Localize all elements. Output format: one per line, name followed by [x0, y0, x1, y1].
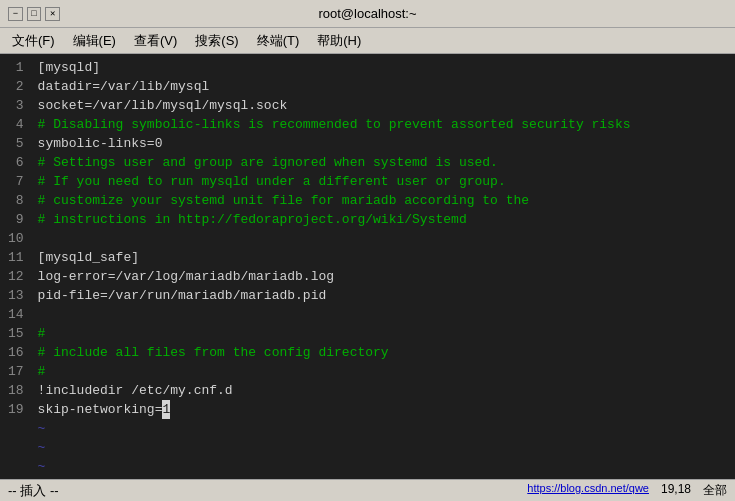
tilde-line: ~ — [38, 457, 727, 476]
line-number: 6 — [8, 153, 24, 172]
section-line: [mysqld_safe] — [38, 250, 139, 265]
code-line: !includedir /etc/my.cnf.d — [38, 381, 727, 400]
cursor-position: 19,18 — [661, 482, 691, 499]
code-line: # customize your systemd unit file for m… — [38, 191, 727, 210]
menubar: 文件(F) 编辑(E) 查看(V) 搜索(S) 终端(T) 帮助(H) — [0, 28, 735, 54]
tilde-line: ~ — [38, 438, 727, 457]
menu-help[interactable]: 帮助(H) — [309, 30, 369, 52]
comment-line: # — [38, 364, 46, 379]
line-numbers: 12345678910111213141516171819~~~ — [0, 54, 30, 479]
status-right: https://blog.csdn.net/qwe 19,18 全部 — [527, 482, 727, 499]
code-line — [38, 305, 727, 324]
kv-line: symbolic-links=0 — [38, 136, 163, 151]
titlebar: − □ ✕ root@localhost:~ — [0, 0, 735, 28]
line-number: 13 — [8, 286, 24, 305]
code-line: # If you need to run mysqld under a diff… — [38, 172, 727, 191]
kv-line: datadir=/var/lib/mysql — [38, 79, 210, 94]
status-url[interactable]: https://blog.csdn.net/qwe — [527, 482, 649, 499]
code-line: pid-file=/var/run/mariadb/mariadb.pid — [38, 286, 727, 305]
code-line: log-error=/var/log/mariadb/mariadb.log — [38, 267, 727, 286]
menu-view[interactable]: 查看(V) — [126, 30, 185, 52]
comment-line: # Settings user and group are ignored wh… — [38, 155, 498, 170]
kv-cursor-line: skip-networking=1 — [38, 402, 171, 417]
code-line: skip-networking=1 — [38, 400, 727, 419]
comment-line: # If you need to run mysqld under a diff… — [38, 174, 506, 189]
scroll-indicator: 全部 — [703, 482, 727, 499]
line-number: 15 — [8, 324, 24, 343]
minimize-button[interactable]: − — [8, 7, 23, 21]
code-line — [38, 229, 727, 248]
window-title: root@localhost:~ — [60, 6, 675, 21]
code-line: # Settings user and group are ignored wh… — [38, 153, 727, 172]
code-line: # instructions in http://fedoraproject.o… — [38, 210, 727, 229]
line-number: 8 — [8, 191, 24, 210]
line-number: 7 — [8, 172, 24, 191]
menu-search[interactable]: 搜索(S) — [187, 30, 246, 52]
kv-line: pid-file=/var/run/mariadb/mariadb.pid — [38, 288, 327, 303]
tilde-line-num: ~ — [8, 457, 24, 476]
code-line: socket=/var/lib/mysql/mysql.sock — [38, 96, 727, 115]
line-number: 14 — [8, 305, 24, 324]
code-line: # include all files from the config dire… — [38, 343, 727, 362]
editor-mode: -- 插入 -- — [8, 482, 59, 500]
kv-line: !includedir /etc/my.cnf.d — [38, 383, 233, 398]
line-number: 1 — [8, 58, 24, 77]
code-line: [mysqld_safe] — [38, 248, 727, 267]
line-number: 5 — [8, 134, 24, 153]
line-number: 3 — [8, 96, 24, 115]
line-number: 10 — [8, 229, 24, 248]
code-line: [mysqld] — [38, 58, 727, 77]
line-number: 11 — [8, 248, 24, 267]
comment-line: # — [38, 326, 46, 341]
tilde-line-num: ~ — [8, 419, 24, 438]
comment-line: # instructions in http://fedoraproject.o… — [38, 212, 467, 227]
comment-line: # include all files from the config dire… — [38, 345, 389, 360]
blank-line — [38, 231, 46, 246]
line-number: 18 — [8, 381, 24, 400]
blank-line — [38, 307, 46, 322]
code-area[interactable]: [mysqld]datadir=/var/lib/mysqlsocket=/va… — [30, 54, 735, 479]
comment-line: # Disabling symbolic-links is recommende… — [38, 117, 631, 132]
line-number: 17 — [8, 362, 24, 381]
kv-line: socket=/var/lib/mysql/mysql.sock — [38, 98, 288, 113]
statusbar: -- 插入 -- https://blog.csdn.net/qwe 19,18… — [0, 479, 735, 501]
code-line: # — [38, 324, 727, 343]
line-number: 4 — [8, 115, 24, 134]
tilde-line: ~ — [38, 419, 727, 438]
code-line: # — [38, 362, 727, 381]
menu-file[interactable]: 文件(F) — [4, 30, 63, 52]
line-number: 9 — [8, 210, 24, 229]
editor: 12345678910111213141516171819~~~ [mysqld… — [0, 54, 735, 479]
line-number: 16 — [8, 343, 24, 362]
menu-terminal[interactable]: 终端(T) — [249, 30, 308, 52]
maximize-button[interactable]: □ — [27, 7, 42, 21]
kv-line: log-error=/var/log/mariadb/mariadb.log — [38, 269, 334, 284]
code-line: datadir=/var/lib/mysql — [38, 77, 727, 96]
section-line: [mysqld] — [38, 60, 100, 75]
close-button[interactable]: ✕ — [45, 7, 60, 21]
code-line: symbolic-links=0 — [38, 134, 727, 153]
code-line: # Disabling symbolic-links is recommende… — [38, 115, 727, 134]
line-number: 19 — [8, 400, 24, 419]
line-number: 12 — [8, 267, 24, 286]
line-number: 2 — [8, 77, 24, 96]
comment-line: # customize your systemd unit file for m… — [38, 193, 529, 208]
tilde-line-num: ~ — [8, 438, 24, 457]
menu-edit[interactable]: 编辑(E) — [65, 30, 124, 52]
text-cursor: 1 — [162, 400, 170, 419]
